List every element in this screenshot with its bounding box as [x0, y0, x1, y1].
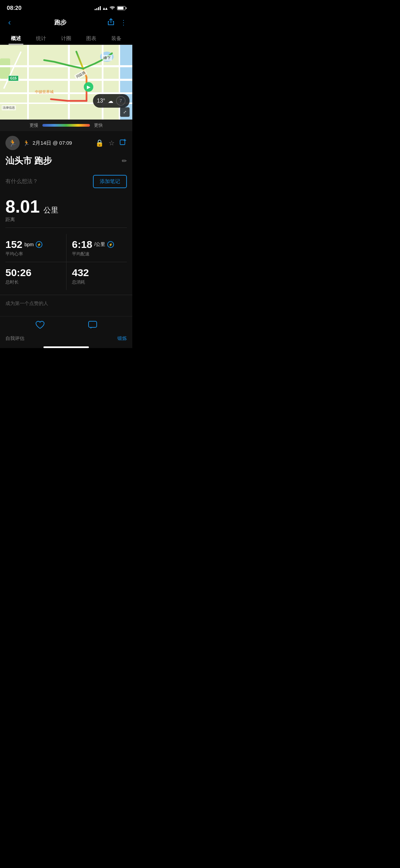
speed-gradient-bar: [42, 124, 90, 127]
run-type-icon: 🏃: [23, 140, 30, 146]
svg-rect-3: [89, 321, 97, 327]
like-button[interactable]: [35, 321, 45, 329]
activity-header: 🏃 🏃 2月14日 @ 07:09 🔒 ☆: [0, 131, 132, 153]
distance-label: 距离: [5, 217, 127, 223]
stat-heart-rate: 152 bpm ⚡ 平均心率: [5, 234, 66, 262]
signal-icon: [95, 6, 101, 10]
heart-rate-unit: bpm: [24, 242, 34, 247]
star-icon[interactable]: ☆: [109, 139, 115, 147]
activity-date: 2月14日 @ 07:09: [33, 140, 72, 146]
map-expand-button[interactable]: ⤢: [120, 107, 130, 117]
map-label-fenxia: 峰下: [102, 55, 112, 61]
pace-unit: /公里: [94, 241, 105, 248]
pace-value: 6:18: [72, 239, 92, 250]
note-area: 有什么想法？ 添加笔记: [0, 171, 132, 193]
stats-grid-row1: 152 bpm ⚡ 平均心率 6:18 /公里 ⚡ 平均配速: [5, 234, 127, 262]
heart-rate-icon: ⚡: [36, 241, 42, 248]
content-area: 🏃 🏃 2月14日 @ 07:09 🔒 ☆ 汕头市 跑步 ✏ 有什么想法？ 添加…: [0, 131, 132, 348]
stats-grid-row2: 50:26 总时长 432 总消耗: [5, 262, 127, 290]
stats-section: 8.01 公里 距离 152 bpm ⚡ 平均心率 6:18 /公里 ⚡: [0, 193, 132, 295]
activity-title: 汕头市 跑步: [5, 155, 52, 167]
speed-slower-label: 更慢: [30, 122, 38, 128]
page-title: 跑步: [54, 18, 66, 26]
weather-overlay: 13° ☁ 7: [93, 94, 130, 108]
calories-value: 432: [72, 267, 89, 278]
wind-level: 7: [116, 96, 126, 106]
bottom-action-bar: [0, 316, 132, 333]
map-area[interactable]: G15 峰下 中骏世界城 同益路 法律信息 ▶ 13° ☁ 7 ⤢: [0, 45, 132, 120]
heart-rate-label: 平均心率: [5, 251, 66, 257]
start-marker: ▶: [84, 82, 93, 92]
social-section: 成为第一个点赞的人: [0, 295, 132, 316]
tab-laps[interactable]: 计圈: [54, 32, 79, 44]
comment-button[interactable]: [88, 321, 97, 329]
more-button[interactable]: ⋮: [120, 18, 127, 26]
self-eval-label: 自我评估: [5, 336, 24, 342]
stat-pace: 6:18 /公里 ⚡ 平均配速: [66, 234, 127, 262]
share-button[interactable]: [107, 18, 115, 27]
activity-meta: 🏃 2月14日 @ 07:09: [23, 140, 92, 146]
like-prompt: 成为第一个点赞的人: [5, 301, 127, 307]
calories-label: 总消耗: [72, 279, 127, 285]
lock-icon[interactable]: 🔒: [95, 139, 104, 147]
stat-duration: 50:26 总时长: [5, 262, 66, 290]
back-button[interactable]: ‹: [5, 16, 14, 29]
distance-value: 8.01: [5, 197, 40, 216]
activity-title-row: 汕头市 跑步 ✏: [0, 153, 132, 171]
highway-sign: G15: [8, 75, 19, 81]
nav-actions: ⋮: [107, 18, 127, 27]
tab-gear[interactable]: 装备: [104, 32, 129, 44]
stat-distance: 8.01 公里 距离: [5, 198, 127, 228]
status-time: 08:20: [7, 5, 21, 12]
tab-charts[interactable]: 图表: [79, 32, 104, 44]
nav-bar: ‹ 跑步 ⋮: [0, 14, 132, 32]
route-path: [0, 45, 132, 120]
home-indicator: [43, 346, 89, 348]
add-to-story-icon[interactable]: [119, 139, 127, 148]
map-label-falv: 法律信息: [2, 105, 16, 110]
header-actions: 🔒 ☆: [95, 139, 127, 148]
wifi-icon: [110, 6, 115, 10]
action-label[interactable]: 锻炼: [117, 336, 127, 342]
bottom-nav: 自我评估 锻炼: [0, 333, 132, 345]
status-icons: ▴▴: [95, 5, 126, 11]
tab-bar: 概述 统计 计圈 图表 装备: [0, 32, 132, 45]
temperature-display: 13°: [97, 98, 105, 104]
weather-icon: ☁: [108, 98, 113, 104]
heart-rate-value: 152: [5, 239, 22, 250]
tab-stats[interactable]: 统计: [28, 32, 54, 44]
add-note-button[interactable]: 添加笔记: [93, 175, 127, 188]
stat-calories: 432 总消耗: [66, 262, 127, 290]
distance-unit: 公里: [43, 206, 58, 214]
wifi-icon: ▴▴: [103, 5, 108, 11]
status-bar: 08:20 ▴▴: [0, 0, 132, 14]
battery-icon: [117, 6, 126, 10]
note-placeholder[interactable]: 有什么想法？: [5, 178, 38, 185]
edit-button[interactable]: ✏: [122, 157, 127, 165]
speed-faster-label: 更快: [94, 122, 103, 128]
pace-icon: ⚡: [107, 241, 114, 248]
avatar: 🏃: [5, 136, 20, 150]
duration-value: 50:26: [5, 267, 32, 278]
speed-legend: 更慢 更快: [0, 120, 132, 131]
tab-overview[interactable]: 概述: [3, 32, 28, 44]
svg-rect-0: [120, 140, 125, 145]
duration-label: 总时长: [5, 279, 66, 285]
pace-label: 平均配速: [72, 251, 127, 257]
map-label-zhongjun: 中骏世界城: [34, 89, 55, 95]
